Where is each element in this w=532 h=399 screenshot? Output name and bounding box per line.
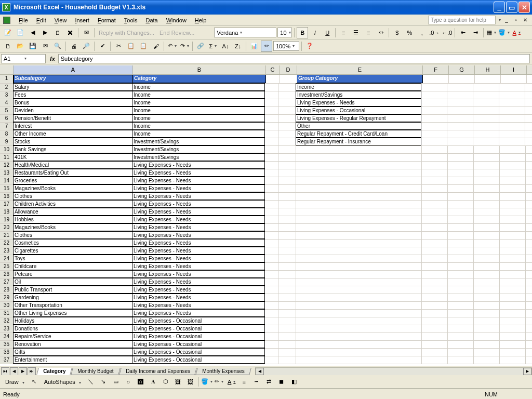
cell-G33[interactable]: [448, 325, 474, 332]
cell-H25[interactable]: [474, 263, 500, 270]
row-header[interactable]: 12: [0, 162, 14, 169]
cell-C1[interactable]: [266, 75, 280, 83]
cell-I28[interactable]: [500, 286, 526, 294]
row-header[interactable]: 36: [0, 349, 14, 356]
cell-D8[interactable]: [278, 130, 296, 138]
cell-C28[interactable]: [265, 286, 278, 294]
cell-E15[interactable]: [296, 185, 422, 192]
cell-I26[interactable]: [500, 271, 526, 278]
cell-C18[interactable]: [265, 208, 278, 216]
cell-A34[interactable]: Repairs/Service: [13, 332, 132, 340]
cell-E28[interactable]: [296, 286, 422, 294]
cell-F30[interactable]: [422, 302, 448, 309]
row-header[interactable]: 34: [0, 333, 14, 340]
row-header[interactable]: 23: [0, 247, 14, 255]
cell-F5[interactable]: [421, 107, 447, 114]
cell-G35[interactable]: [448, 341, 474, 348]
cell-H34[interactable]: [474, 333, 500, 340]
scroll-right-button[interactable]: ▶: [523, 368, 531, 375]
cell-C37[interactable]: [265, 356, 278, 364]
autoshapes-menu[interactable]: AutoShapes ▾: [41, 379, 84, 385]
menu-file[interactable]: File: [15, 16, 32, 24]
cell-E17[interactable]: [296, 201, 422, 208]
cell-B27[interactable]: Living Expenses - Needs: [132, 278, 265, 286]
cell-F19[interactable]: [422, 216, 448, 223]
cell-D16[interactable]: [278, 193, 296, 200]
cell-F29[interactable]: [422, 294, 448, 301]
dash-style-icon[interactable]: ┅: [251, 376, 262, 388]
cell-I17[interactable]: [500, 201, 526, 208]
line-style-icon[interactable]: ≡: [238, 376, 250, 388]
cell-I12[interactable]: [500, 162, 526, 169]
cell-C10[interactable]: [265, 146, 278, 153]
diagram-icon[interactable]: ⬡: [160, 376, 171, 388]
cell-B22[interactable]: Living Expenses - Needs: [132, 239, 265, 247]
cell-E10[interactable]: [296, 146, 422, 153]
cell-H28[interactable]: [474, 286, 500, 294]
column-header-B[interactable]: B: [133, 65, 266, 74]
menu-help[interactable]: Help: [191, 16, 211, 24]
undo-button[interactable]: ↶▾: [166, 41, 178, 52]
cell-C19[interactable]: [265, 216, 278, 223]
decrease-decimal-button[interactable]: ←.0: [441, 27, 453, 38]
maximize-button[interactable]: ▭: [506, 2, 517, 13]
row-header[interactable]: 16: [0, 193, 14, 200]
cell-H18[interactable]: [474, 208, 500, 216]
clipart-icon[interactable]: 🖼: [172, 376, 184, 388]
row-header[interactable]: 28: [0, 286, 14, 294]
cell-I21[interactable]: [500, 232, 526, 239]
cell-A12[interactable]: Health/Medical: [13, 161, 132, 169]
help-search-input[interactable]: [428, 16, 496, 24]
cell-D2[interactable]: [278, 84, 296, 91]
show-all-icon[interactable]: 🗒: [52, 27, 63, 38]
cell-B32[interactable]: Living Expenses - Occasional: [132, 317, 265, 325]
cell-C23[interactable]: [265, 247, 278, 255]
row-header[interactable]: 29: [0, 294, 14, 301]
chart-wizard-icon[interactable]: 📊: [248, 41, 260, 52]
cell-D6[interactable]: [278, 115, 296, 122]
cell-G28[interactable]: [448, 286, 474, 294]
cell-C8[interactable]: [265, 130, 278, 138]
row-header[interactable]: 11: [0, 154, 14, 161]
cell-G5[interactable]: [447, 107, 473, 114]
cell-F11[interactable]: [422, 154, 448, 161]
cell-C31[interactable]: [265, 310, 278, 317]
cell-F14[interactable]: [422, 177, 448, 184]
cell-A11[interactable]: 401K: [13, 153, 132, 161]
cell-C33[interactable]: [265, 325, 278, 332]
cell-E30[interactable]: [296, 302, 422, 309]
cell-F12[interactable]: [422, 162, 448, 169]
row-header[interactable]: 17: [0, 201, 14, 208]
cell-A28[interactable]: Public Transport: [13, 286, 132, 294]
cell-A18[interactable]: Allowance: [13, 208, 132, 216]
cell-E27[interactable]: [296, 278, 422, 286]
cell-E1[interactable]: Group Category: [297, 75, 423, 83]
rectangle-icon[interactable]: ▭: [110, 376, 122, 388]
cell-D35[interactable]: [278, 341, 296, 348]
cell-A35[interactable]: Renovation: [13, 340, 132, 348]
row-header[interactable]: 27: [0, 278, 14, 286]
cell-F28[interactable]: [422, 286, 448, 294]
cell-G23[interactable]: [448, 247, 474, 255]
cell-D23[interactable]: [278, 247, 296, 255]
cell-H3[interactable]: [473, 91, 499, 99]
cell-I7[interactable]: [499, 123, 525, 130]
cell-H12[interactable]: [474, 162, 500, 169]
cell-D9[interactable]: [278, 138, 296, 145]
cell-B36[interactable]: Living Expenses - Occasional: [132, 348, 265, 356]
cell-C21[interactable]: [265, 232, 278, 239]
cell-B18[interactable]: Living Expenses - Needs: [132, 208, 265, 216]
cell-F32[interactable]: [422, 317, 448, 325]
cell-C34[interactable]: [265, 333, 278, 340]
cell-F21[interactable]: [422, 232, 448, 239]
oval-icon[interactable]: ○: [123, 376, 134, 388]
cell-D37[interactable]: [278, 356, 296, 364]
cell-B16[interactable]: Living Expenses - Needs: [132, 192, 265, 200]
cell-C13[interactable]: [265, 169, 278, 177]
cell-E18[interactable]: [296, 208, 422, 216]
sheet-tab-daily-income-and-expenses[interactable]: Daily Income and Expenses: [119, 368, 197, 375]
cell-E23[interactable]: [296, 247, 422, 255]
cell-B35[interactable]: Living Expenses - Occasional: [132, 340, 265, 348]
cell-D20[interactable]: [278, 224, 296, 231]
cell-D15[interactable]: [278, 185, 296, 192]
